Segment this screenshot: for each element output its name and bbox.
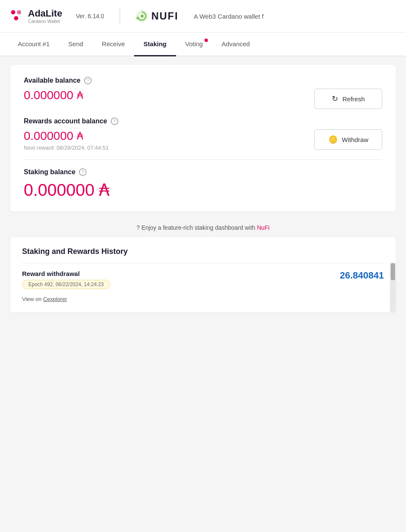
nufi-logo: NUFI <box>135 9 179 23</box>
available-balance-help-icon[interactable]: ? <box>84 77 92 84</box>
logo-subtitle: Cardano Wallet <box>28 19 62 24</box>
header-tagline: A Web3 Cardano wallet f <box>194 13 264 20</box>
staking-balance-section: Staking balance ? 0.000000 ₳ <box>24 168 382 200</box>
app-header: AdaLite Cardano Wallet Ver. 6.14.0 NUFI … <box>0 0 406 33</box>
withdraw-button[interactable]: 🪙 Withdraw <box>314 129 382 150</box>
staking-balance-label: Staking balance ? <box>24 168 382 176</box>
header-divider <box>120 8 120 25</box>
history-item-row: Reward withdrawal Epoch 492, 06/22/2024,… <box>22 270 384 302</box>
refresh-button[interactable]: ↻ Refresh <box>314 89 382 109</box>
rewards-balance-help-icon[interactable]: ? <box>111 117 118 125</box>
version-label: Ver. 6.14.0 <box>76 13 104 19</box>
rewards-balance-label: Rewards account balance ? <box>24 117 382 125</box>
next-reward-text: Next reward: 08/28/2024, 07:44:51 <box>24 145 109 151</box>
history-divider <box>22 263 384 263</box>
staking-ada-symbol: ₳ <box>99 180 109 200</box>
view-on-link: View on Cexplorer <box>22 296 110 302</box>
tab-advanced[interactable]: Advanced <box>212 33 259 56</box>
nufi-label: NUFI <box>151 10 179 22</box>
tab-account[interactable]: Account #1 <box>8 33 59 56</box>
balance-card: Available balance ? 0.000000 ₳ ↻ Refresh… <box>10 65 396 212</box>
history-section: Staking and Rewards History Reward withd… <box>10 237 396 312</box>
withdraw-icon: 🪙 <box>328 135 338 144</box>
scrollbar-thumb[interactable] <box>391 263 395 280</box>
scrollbar-track[interactable] <box>390 262 396 312</box>
dot1 <box>11 10 15 14</box>
rewards-balance-amount: 0.000000 ₳ <box>24 129 109 143</box>
tab-staking[interactable]: Staking <box>134 33 176 56</box>
available-balance-label: Available balance ? <box>24 77 382 84</box>
svg-point-2 <box>140 15 143 17</box>
nav-tabs: Account #1 Send Receive Staking Voting A… <box>0 33 406 56</box>
available-balance-section: Available balance ? 0.000000 ₳ ↻ Refresh <box>24 77 382 109</box>
epoch-badge: Epoch 492, 06/22/2024, 14:24:23 <box>22 280 110 289</box>
staking-balance-amount: 0.000000 ₳ <box>24 180 382 200</box>
cexplorer-link[interactable]: Cexplorer <box>43 296 67 302</box>
history-item: Reward withdrawal Epoch 492, 06/22/2024,… <box>22 270 384 302</box>
tab-receive[interactable]: Receive <box>92 33 134 56</box>
logo-text: AdaLite Cardano Wallet <box>28 8 62 24</box>
tab-voting[interactable]: Voting <box>176 33 213 56</box>
logo-icon <box>10 9 24 23</box>
history-amount: 26.840841 <box>333 270 384 281</box>
dot3 <box>14 16 18 20</box>
ada-symbol-1: ₳ <box>77 89 83 101</box>
history-item-left: Reward withdrawal Epoch 492, 06/22/2024,… <box>22 270 110 302</box>
arrow-annotation <box>166 308 315 312</box>
logo-area: AdaLite Cardano Wallet <box>10 8 62 24</box>
staking-balance-help-icon[interactable]: ? <box>79 168 87 176</box>
tab-send[interactable]: Send <box>59 33 92 56</box>
nufi-promo-link[interactable]: NuFi <box>257 224 270 231</box>
available-balance-row: 0.000000 ₳ ↻ Refresh <box>24 89 382 109</box>
rewards-balance-row: 0.000000 ₳ Next reward: 08/28/2024, 07:4… <box>24 129 382 151</box>
ada-symbol-2: ₳ <box>77 130 83 142</box>
logo-title: AdaLite <box>28 8 62 19</box>
dot2 <box>17 10 21 14</box>
voting-badge-dot <box>204 39 208 42</box>
nufi-promo-question: ? <box>137 224 142 231</box>
balance-divider <box>24 159 382 160</box>
available-balance-amount: 0.000000 ₳ <box>24 89 83 102</box>
nufi-icon <box>135 9 149 23</box>
main-content: Available balance ? 0.000000 ₳ ↻ Refresh… <box>0 56 406 321</box>
nufi-promo: ? Enjoy a feature-rich staking dashboard… <box>10 218 396 237</box>
history-item-type: Reward withdrawal <box>22 270 110 277</box>
history-title: Staking and Rewards History <box>22 247 384 256</box>
rewards-balance-left: 0.000000 ₳ Next reward: 08/28/2024, 07:4… <box>24 129 109 151</box>
rewards-balance-section: Rewards account balance ? 0.000000 ₳ Nex… <box>24 117 382 151</box>
refresh-icon: ↻ <box>332 94 338 103</box>
